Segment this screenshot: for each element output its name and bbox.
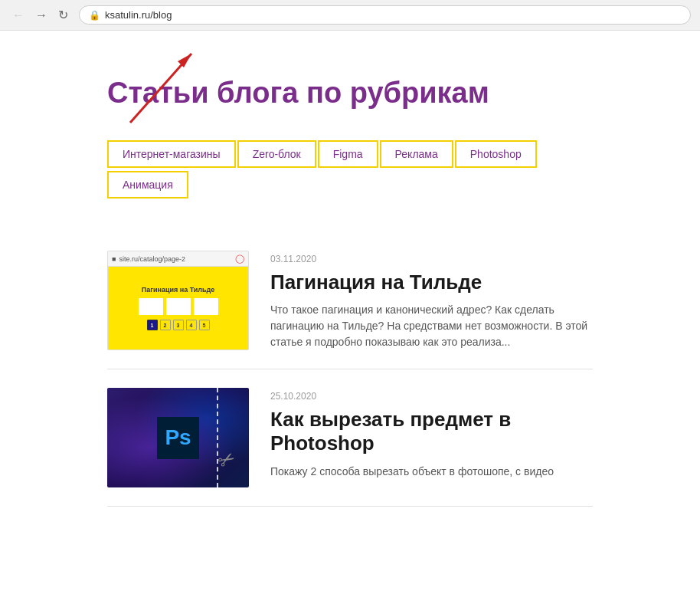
arrow-container bbox=[115, 38, 207, 130]
ps-dashed-line bbox=[217, 388, 218, 487]
article-date-2: 25.10.2020 bbox=[270, 391, 593, 402]
article-title-1[interactable]: Пагинация на Тильде bbox=[270, 271, 593, 294]
page-num-1: 1 bbox=[147, 320, 158, 330]
article-info-photoshop: 25.10.2020 Как вырезать предмет в Photos… bbox=[270, 388, 593, 479]
url-text: ksatulin.ru/blog bbox=[105, 9, 172, 21]
page-num-4: 4 bbox=[186, 320, 197, 330]
favicon-icon: ■ bbox=[112, 255, 116, 263]
tag-reklama[interactable]: Реклама bbox=[380, 140, 453, 168]
tilda-content: Пагинация на Тильде 1 2 3 4 5 bbox=[108, 267, 248, 350]
lock-icon: 🔒 bbox=[89, 10, 100, 21]
filter-tags: Интернет-магазины Zero-блок Figma Реклам… bbox=[0, 133, 700, 225]
tilda-url: site.ru/catalog/page-2 bbox=[119, 255, 185, 263]
tag-animacia[interactable]: Анимация bbox=[107, 171, 188, 199]
tilda-thumbnail: ■ site.ru/catalog/page-2 ◯ Пагинация на … bbox=[107, 251, 249, 350]
nav-buttons: ← → ↻ bbox=[9, 6, 71, 24]
article-excerpt-2: Покажу 2 способа вырезать объект в фотош… bbox=[270, 464, 593, 480]
address-bar[interactable]: 🔒 ksatulin.ru/blog bbox=[79, 5, 691, 25]
ps-logo: Ps bbox=[157, 417, 199, 459]
tilda-content-title: Пагинация на Тильде bbox=[142, 286, 215, 294]
browser-chrome: ← → ↻ 🔒 ksatulin.ru/blog bbox=[0, 0, 700, 31]
tag-photoshop[interactable]: Photoshop bbox=[455, 140, 537, 168]
article-thumbnail-photoshop[interactable]: Ps ✂ bbox=[107, 388, 249, 487]
article-title-2[interactable]: Как вырезать предмет в Photoshop bbox=[270, 408, 593, 455]
thumb-card-3 bbox=[194, 298, 218, 315]
photoshop-thumbnail: Ps ✂ bbox=[107, 388, 249, 487]
forward-button[interactable]: → bbox=[32, 7, 51, 24]
page-num-2: 2 bbox=[160, 320, 171, 330]
arrow-icon bbox=[115, 38, 207, 130]
tag-figma[interactable]: Figma bbox=[318, 140, 378, 168]
heading-area: Статьи блога по рубрикам bbox=[0, 31, 700, 133]
page-content: Статьи блога по рубрикам Интернет-магази… bbox=[0, 31, 700, 514]
table-row: Ps ✂ 25.10.2020 Как вырезать предмет в P… bbox=[107, 369, 593, 507]
thumb-card-2 bbox=[166, 298, 191, 315]
article-date-1: 03.11.2020 bbox=[270, 254, 593, 264]
chrome-icon: ◯ bbox=[235, 254, 244, 264]
article-info-paginacia: 03.11.2020 Пагинация на Тильде Что такое… bbox=[270, 251, 593, 350]
tilda-cards bbox=[139, 298, 218, 315]
articles-list: ■ site.ru/catalog/page-2 ◯ Пагинация на … bbox=[0, 225, 700, 514]
tilda-bar: ■ site.ru/catalog/page-2 ◯ bbox=[108, 251, 248, 267]
page-num-5: 5 bbox=[199, 320, 210, 330]
table-row: ■ site.ru/catalog/page-2 ◯ Пагинация на … bbox=[107, 232, 593, 369]
thumb-card-1 bbox=[139, 298, 163, 315]
article-excerpt-1: Что такое пагинация и канонический адрес… bbox=[270, 302, 593, 350]
tag-zero-block[interactable]: Zero-блок bbox=[237, 140, 316, 168]
tilda-pagination: 1 2 3 4 5 bbox=[147, 320, 210, 330]
tag-internet-shops[interactable]: Интернет-магазины bbox=[107, 140, 236, 168]
reload-button[interactable]: ↻ bbox=[55, 6, 71, 24]
article-thumbnail-paginacia[interactable]: ■ site.ru/catalog/page-2 ◯ Пагинация на … bbox=[107, 251, 249, 350]
back-button[interactable]: ← bbox=[9, 7, 28, 24]
page-num-3: 3 bbox=[173, 320, 184, 330]
